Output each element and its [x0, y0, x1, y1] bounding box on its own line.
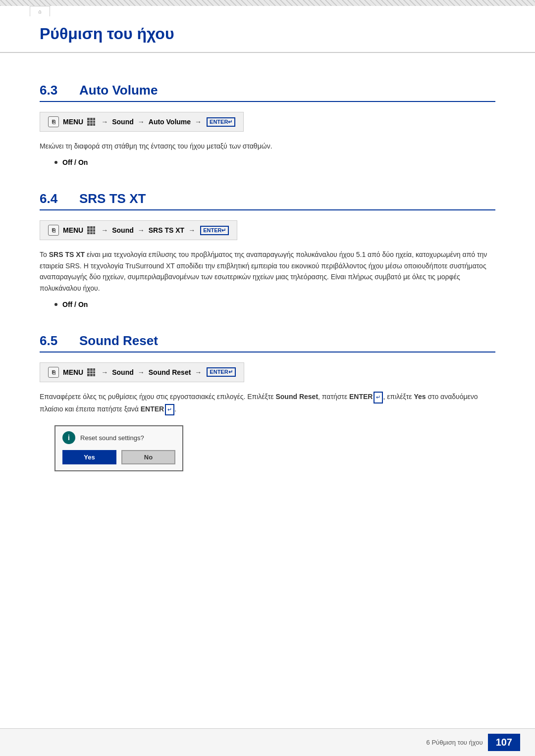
section-6-4: 6.4 SRS TS XT ⎘ MENU → Sound → SRS TS XT…	[40, 191, 495, 308]
grid-icon-6-5	[87, 368, 95, 376]
section-6-3-menu-path: ⎘ MENU → Sound → Auto Volume → ENTER↵	[40, 112, 244, 132]
section-6-5-header: 6.5 Sound Reset	[40, 333, 495, 353]
arrow-1-6-5: →	[101, 368, 108, 376]
section-6-4-title: SRS TS XT	[79, 191, 146, 206]
menu-icon-6-3: ⎘	[48, 116, 59, 127]
enter-icon-6-3: ENTER↵	[207, 117, 235, 127]
section-6-3-title: Auto Volume	[79, 83, 158, 98]
arrow-2-6-4: →	[138, 226, 145, 234]
menu-item2-6-4: SRS TS XT	[149, 226, 184, 234]
dialog-buttons: Yes No	[55, 447, 182, 470]
section-6-3-header: 6.3 Auto Volume	[40, 83, 495, 102]
menu-icon-6-5: ⎘	[48, 367, 59, 378]
reset-dialog: i Reset sound settings? Yes No	[54, 425, 183, 471]
section-6-4-header: 6.4 SRS TS XT	[40, 191, 495, 210]
dialog-icon-symbol: i	[68, 434, 70, 442]
dialog-icon-row: i Reset sound settings?	[55, 426, 182, 447]
page: ⌂ Ρύθμιση του ήχου 6.3 Auto Volume ⎘ MEN…	[0, 0, 535, 756]
section-6-3-number: 6.3	[40, 83, 69, 98]
section-6-5-number: 6.5	[40, 333, 69, 349]
menu-item2-6-5: Sound Reset	[149, 368, 191, 376]
menu-label-6-3: MENU	[63, 118, 83, 126]
menu-item2-6-3: Auto Volume	[149, 118, 191, 126]
menu-icon-6-4: ⎘	[48, 225, 59, 236]
dialog-no-button[interactable]: No	[121, 450, 175, 464]
menu-item1-6-4: Sound	[112, 226, 134, 234]
dialog-question-text: Reset sound settings?	[80, 434, 144, 442]
section-6-5-body: Επαναφέρετε όλες τις ρυθμίσεις ήχου στις…	[40, 391, 495, 415]
enter-icon-6-4: ENTER↵	[200, 226, 229, 235]
section-6-5-title: Sound Reset	[79, 333, 158, 349]
dialog-yes-button[interactable]: Yes	[62, 450, 116, 464]
footer-section-label: 6 Ρύθμιση του ήχου	[427, 739, 483, 746]
bullet-text-6-3: Off / On	[62, 158, 88, 166]
arrow-3-6-5: →	[195, 368, 202, 376]
arrow-1-6-3: →	[101, 118, 108, 126]
footer: 6 Ρύθμιση του ήχου 107	[0, 728, 535, 756]
content-area: 6.3 Auto Volume ⎘ MENU → Sound → Auto Vo…	[0, 53, 535, 728]
menu-label-6-5: MENU	[63, 368, 83, 376]
section-6-4-bullet: Off / On	[54, 301, 495, 308]
section-6-3: 6.3 Auto Volume ⎘ MENU → Sound → Auto Vo…	[40, 83, 495, 166]
menu-label-6-4: MENU	[63, 226, 83, 234]
section-6-4-menu-path: ⎘ MENU → Sound → SRS TS XT → ENTER↵	[40, 220, 237, 240]
title-bar: ⌂ Ρύθμιση του ήχου	[0, 6, 535, 53]
menu-item1-6-3: Sound	[112, 118, 134, 126]
arrow-2-6-5: →	[138, 368, 145, 376]
section-6-4-number: 6.4	[40, 191, 69, 206]
enter-icon-6-5: ENTER↵	[207, 367, 235, 377]
arrow-1-6-4: →	[101, 226, 108, 234]
menu-item1-6-5: Sound	[112, 368, 134, 376]
dialog-icon: i	[62, 431, 75, 444]
header-stripe	[0, 0, 535, 6]
section-6-4-body: Το SRS TS XT είναι μια τεχνολογία επίλυσ…	[40, 249, 495, 294]
title-tab: ⌂	[30, 6, 50, 16]
page-title: Ρύθμιση του ήχου	[40, 15, 174, 43]
bullet-dot-6-4	[54, 303, 57, 306]
section-6-5: 6.5 Sound Reset ⎘ MENU → Sound → Sound R…	[40, 333, 495, 471]
grid-icon-6-4	[87, 226, 95, 234]
bullet-text-6-4: Off / On	[62, 301, 88, 308]
section-6-3-bullet: Off / On	[54, 158, 495, 166]
footer-page-number: 107	[488, 734, 520, 751]
arrow-3-6-4: →	[188, 226, 195, 234]
arrow-3-6-3: →	[195, 118, 202, 126]
section-6-5-menu-path: ⎘ MENU → Sound → Sound Reset → ENTER↵	[40, 362, 244, 382]
section-6-3-body: Μειώνει τη διαφορά στη στάθμη της ένταση…	[40, 141, 495, 151]
bullet-dot-6-3	[54, 161, 57, 164]
grid-icon-6-3	[87, 118, 95, 126]
arrow-2-6-3: →	[138, 118, 145, 126]
